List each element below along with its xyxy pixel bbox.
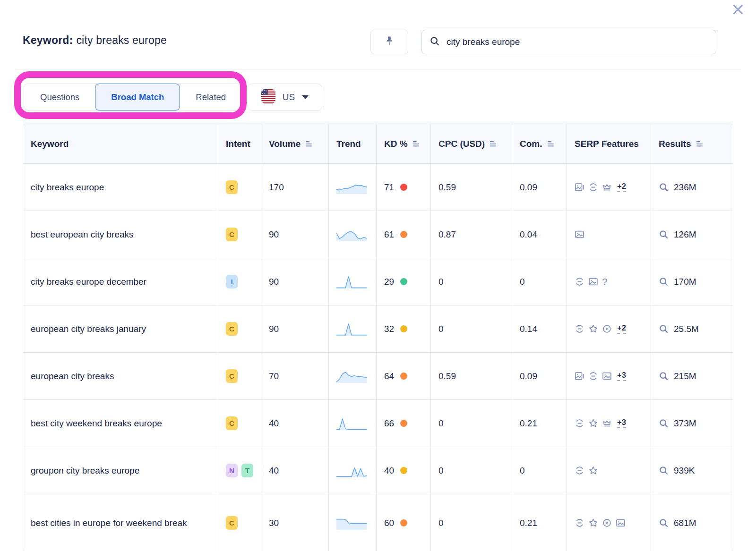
trend-cell [329, 399, 377, 447]
table-row: groupon city breaks europeNT404000939K [23, 447, 733, 494]
volume-value: 90 [269, 229, 279, 240]
kd-dot [400, 231, 407, 238]
column-header-results[interactable]: Results [651, 124, 733, 163]
keyword-cell: european city breaks [23, 352, 218, 399]
country-selector[interactable]: US [248, 84, 322, 110]
column-header-label: Volume [269, 139, 301, 149]
cpc-value: 0 [438, 518, 444, 528]
view-serp-icon[interactable] [659, 277, 669, 287]
tab-questions[interactable]: Questions [24, 84, 95, 110]
view-serp-icon[interactable] [659, 324, 669, 334]
volume-cell: 90 [261, 258, 329, 305]
kd-value: 40 [384, 466, 394, 476]
view-serp-icon[interactable] [659, 182, 669, 192]
intent-badge-n: N [226, 464, 238, 477]
keyword-link[interactable]: best city weekend breaks europe [31, 417, 169, 430]
serp-video-icon [602, 324, 612, 334]
sort-icon [412, 141, 420, 147]
column-header-cpc[interactable]: CPC (USD) [431, 124, 512, 163]
table-row: european city breaks januaryC903200.14+2… [23, 305, 733, 352]
kd-value: 61 [384, 229, 394, 240]
view-serp-icon[interactable] [659, 466, 669, 475]
column-header-label: SERP Features [575, 139, 639, 149]
serp-star-icon [588, 324, 598, 334]
table-row: city breaks europeC170710.590.09+2236M [23, 163, 733, 211]
volume-cell: 170 [261, 163, 329, 211]
trend-cell [329, 163, 377, 211]
serp-features-cell [567, 494, 651, 551]
keyword-cell: european city breaks january [23, 305, 218, 352]
tab-broad-match[interactable]: Broad Match [95, 84, 180, 110]
serp-icons: ? [575, 276, 608, 288]
keyword-link[interactable]: city breaks europe [31, 181, 111, 194]
column-header-volume[interactable]: Volume [261, 124, 329, 163]
serp-image-icon [575, 229, 584, 239]
trend-sparkline [336, 463, 367, 479]
com-value: 0.21 [520, 418, 537, 429]
pin-button[interactable] [370, 30, 408, 54]
table-body: city breaks europeC170710.590.09+2236Mbe… [23, 163, 733, 551]
results-value: 25.5M [674, 324, 699, 334]
volume-value: 70 [269, 371, 279, 381]
com-value: 0.04 [520, 229, 537, 240]
keyword-link[interactable]: european city breaks [31, 370, 120, 382]
intent-cell: C [218, 399, 261, 447]
serp-features-cell: ? [567, 258, 651, 305]
keyword-cell: city breaks europe december [23, 258, 218, 305]
keyword-table: KeywordIntentVolumeTrendKD %CPC (USD)Com… [23, 124, 733, 551]
us-flag-icon [261, 89, 275, 105]
column-header-com[interactable]: Com. [512, 124, 567, 163]
intent-badge-c: C [226, 369, 238, 383]
com-cell: 0.09 [512, 163, 567, 211]
com-cell: 0.21 [512, 494, 567, 551]
tab-related[interactable]: Related [180, 84, 242, 110]
serp-more-count[interactable]: +2 [617, 324, 626, 334]
search-input[interactable] [446, 36, 708, 48]
serp-crown-icon [602, 418, 612, 428]
close-icon[interactable] [731, 3, 745, 16]
keyword-link[interactable]: european city breaks january [31, 323, 153, 335]
kd-cell: 71 [377, 163, 431, 211]
cpc-value: 0.59 [438, 371, 456, 381]
view-serp-icon[interactable] [659, 518, 669, 528]
kd-cell: 66 [377, 399, 431, 447]
intent-cell: C [218, 163, 261, 211]
keyword-link[interactable]: groupon city breaks europe [31, 465, 146, 477]
trend-cell [329, 258, 377, 305]
intent-cell: NT [218, 447, 261, 494]
volume-value: 170 [269, 182, 284, 193]
column-header-intent[interactable]: Intent [218, 124, 261, 163]
view-serp-icon[interactable] [659, 371, 669, 381]
column-header-kd[interactable]: KD % [377, 124, 431, 163]
country-code-label: US [283, 92, 295, 102]
serp-more-count[interactable]: +3 [617, 418, 626, 428]
sort-icon [547, 141, 554, 147]
com-cell: 0.14 [512, 305, 567, 352]
keyword-cell: best european city breaks [23, 211, 218, 258]
kd-value: 71 [384, 182, 394, 193]
serp-star-icon [588, 418, 598, 428]
keyword-link[interactable]: best european city breaks [31, 229, 140, 241]
pushpin-icon [384, 35, 395, 49]
cpc-cell: 0 [431, 258, 512, 305]
intent-cell: C [218, 305, 261, 352]
keyword-cell: best cities in europe for weekend break [23, 494, 218, 551]
column-header-keyword[interactable]: Keyword [23, 124, 218, 163]
keyword-link[interactable]: city breaks europe december [31, 276, 153, 288]
kd-dot [400, 373, 407, 380]
column-header-trend[interactable]: Trend [329, 124, 377, 163]
volume-cell: 90 [261, 211, 329, 258]
serp-features-cell: +2 [567, 163, 651, 211]
cpc-cell: 0 [431, 447, 512, 494]
view-serp-icon[interactable] [659, 229, 669, 239]
view-serp-icon[interactable] [659, 418, 669, 428]
keyword-link[interactable]: best cities in europe for weekend break [31, 517, 194, 529]
trend-sparkline [336, 368, 367, 384]
results-value: 215M [674, 371, 696, 381]
trend-cell [329, 305, 377, 352]
serp-more-count[interactable]: +2 [617, 182, 626, 192]
serp-more-count[interactable]: +3 [617, 371, 626, 381]
trend-sparkline [336, 321, 367, 337]
trend-sparkline [336, 515, 367, 531]
column-header-serp[interactable]: SERP Features [567, 124, 651, 163]
